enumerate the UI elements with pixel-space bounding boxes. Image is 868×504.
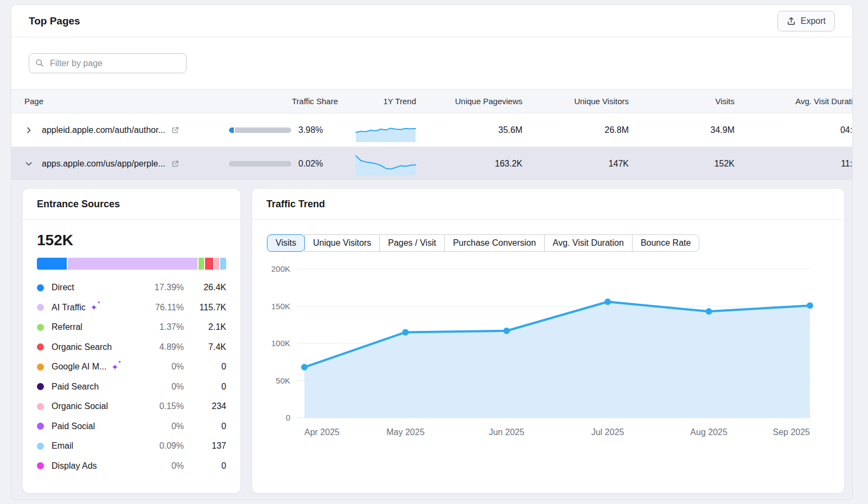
trend-sparkline	[355, 151, 416, 176]
open-page-button[interactable]	[171, 126, 180, 135]
legend-label: Display Ads	[52, 461, 97, 471]
external-link-icon	[171, 126, 180, 135]
column-header-share[interactable]: Traffic Share	[226, 97, 342, 106]
traffic-trend-card: Traffic Trend VisitsUnique VisitorsPages…	[252, 188, 845, 494]
stackbar-segment-ai-traffic	[68, 258, 197, 270]
legend-label: Email	[52, 441, 73, 451]
table-row[interactable]: appleid.apple.com/auth/author...3.98%35.…	[11, 113, 853, 147]
stackbar-segment-direct	[37, 258, 67, 270]
top-pages-card: Top Pages Export PageTraffic Share1Y Tre…	[11, 4, 853, 500]
legend-item: Organic Search4.89%7.4K	[37, 337, 226, 358]
stackbar-segment-email	[220, 258, 226, 270]
page-cell: appleid.apple.com/auth/author...	[11, 125, 226, 135]
collapse-row-button[interactable]	[24, 160, 33, 168]
legend-percent: 0%	[138, 422, 184, 431]
legend-value: 0	[184, 362, 226, 372]
legend-color-dot	[37, 462, 44, 469]
y-axis-tick-label: 200K	[271, 264, 290, 273]
traffic-share-value: 3.98%	[298, 125, 323, 135]
table-header-row: PageTraffic Share1Y TrendUnique Pageview…	[11, 89, 853, 113]
expand-row-button[interactable]	[24, 126, 33, 135]
legend-percent: 4.89%	[138, 342, 184, 352]
legend-percent: 0.15%	[138, 401, 184, 411]
legend-percent: 0.09%	[138, 441, 184, 451]
tab-unique-visitors[interactable]: Unique Visitors	[304, 234, 380, 252]
open-page-button[interactable]	[171, 160, 180, 168]
entrance-sources-card: Entrance Sources 152K Direct17.39%26.4KA…	[22, 188, 241, 494]
unique-visitors-value: 147K	[535, 159, 642, 169]
expanded-detail-panel: Entrance Sources 152K Direct17.39%26.4KA…	[11, 181, 853, 500]
legend-value: 7.4K	[184, 342, 226, 352]
column-header-upv[interactable]: Unique Pageviews	[429, 97, 535, 106]
y-axis-tick-label: 0	[286, 413, 290, 422]
avg-visit-duration-value: 11:13	[748, 159, 853, 169]
entrance-sources-title: Entrance Sources	[37, 199, 120, 210]
chart-point[interactable]	[503, 328, 510, 334]
chevron-right-icon	[24, 126, 33, 135]
traffic-share-cell: 0.02%	[226, 159, 342, 169]
tab-avg-visit-duration[interactable]: Avg. Visit Duration	[544, 234, 633, 252]
legend-color-dot	[37, 304, 44, 311]
legend-item: Referral1.37%2.1K	[37, 317, 226, 337]
legend-value: 0	[184, 382, 226, 392]
chevron-down-icon	[24, 160, 33, 168]
legend-item: Paid Social0%0	[37, 417, 226, 437]
unique-pageviews-value: 35.6M	[429, 125, 535, 135]
tab-pages-visit[interactable]: Pages / Visit	[379, 234, 445, 252]
legend-percent: 1.37%	[138, 322, 184, 332]
traffic-share-track	[229, 161, 291, 167]
chart-point[interactable]	[402, 329, 409, 335]
legend-item: Direct17.39%26.4K	[37, 278, 226, 298]
chart-area-fill	[304, 302, 810, 418]
tab-bounce-rate[interactable]: Bounce Rate	[632, 234, 700, 252]
filter-row	[11, 37, 852, 89]
tab-purchase-conversion[interactable]: Purchase Conversion	[444, 234, 545, 252]
traffic-trend-chart[interactable]: 050K100K150K200KApr 2025May 2025Jun 2025…	[263, 259, 832, 446]
column-header-page[interactable]: Page	[11, 97, 226, 106]
column-header-visits[interactable]: Visits	[642, 97, 748, 106]
visits-value: 34.9M	[642, 125, 748, 135]
traffic-trend-title: Traffic Trend	[266, 199, 325, 210]
chart-point[interactable]	[706, 308, 712, 315]
external-link-icon	[171, 160, 180, 168]
legend-color-dot	[37, 383, 44, 390]
page-url-link[interactable]: appleid.apple.com/auth/author...	[42, 125, 165, 135]
table-row[interactable]: apps.apple.com/us/app/perple...0.02%163.…	[11, 147, 853, 181]
legend-color-dot	[37, 423, 44, 430]
legend-value: 2.1K	[184, 322, 226, 332]
x-axis-tick-label: May 2025	[386, 428, 424, 437]
chart-point[interactable]	[301, 364, 308, 371]
entrance-sources-total: 152K	[37, 232, 226, 249]
column-header-avd[interactable]: Avg. Visit Duration	[748, 97, 853, 106]
legend-color-dot	[37, 443, 44, 450]
stackbar-segment-referral	[199, 258, 205, 270]
top-pages-table: PageTraffic Share1Y TrendUnique Pageview…	[11, 89, 853, 181]
column-header-uv[interactable]: Unique Visitors	[535, 97, 642, 106]
chart-point[interactable]	[604, 298, 611, 305]
page-cell: apps.apple.com/us/app/perple...	[11, 159, 226, 169]
page-title: Top Pages	[29, 15, 80, 27]
traffic-share-fill	[229, 127, 234, 133]
legend-label: Direct	[52, 283, 74, 292]
stackbar-segment-organic-search	[205, 258, 213, 270]
avg-visit-duration-value: 04:25	[748, 125, 853, 135]
export-icon	[787, 16, 796, 25]
export-button[interactable]: Export	[777, 11, 835, 31]
legend-label: Referral	[52, 322, 82, 332]
x-axis-tick-label: Aug 2025	[690, 428, 727, 437]
legend-color-dot	[37, 324, 44, 331]
filter-input[interactable]	[29, 53, 187, 73]
tab-visits[interactable]: Visits	[267, 234, 305, 252]
page-url-link[interactable]: apps.apple.com/us/app/perple...	[42, 159, 165, 169]
legend-percent: 76.11%	[138, 303, 184, 312]
chart-point[interactable]	[807, 302, 813, 309]
legend-item: AI Traffic✦✦76.11%115.7K	[37, 298, 226, 318]
x-axis-tick-label: Apr 2025	[304, 428, 340, 437]
trend-cell	[342, 151, 429, 176]
column-header-trend[interactable]: 1Y Trend	[342, 97, 429, 106]
card-header: Top Pages Export	[11, 5, 852, 37]
legend-item: Google AI M...✦✦0%0	[37, 357, 226, 377]
legend-label: Paid Search	[52, 382, 99, 392]
unique-pageviews-value: 163.2K	[429, 159, 535, 169]
trend-cell	[342, 118, 429, 143]
